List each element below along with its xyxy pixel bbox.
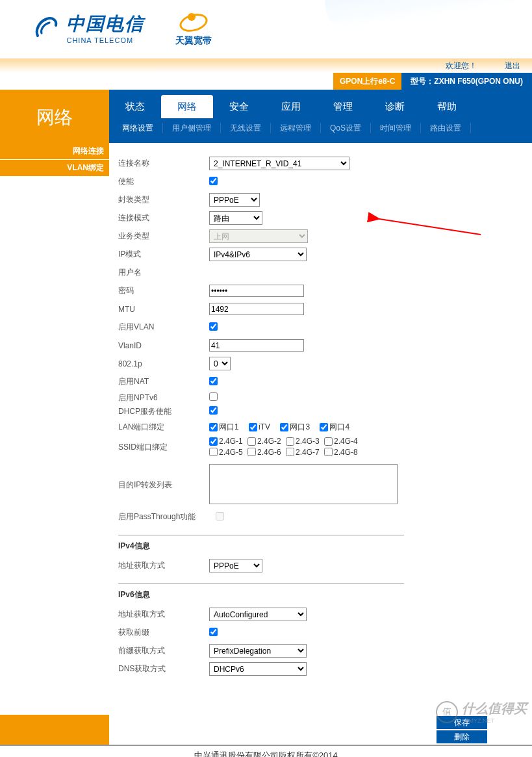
sel-ipmode[interactable]: IPv4&IPv6	[209, 248, 307, 261]
chk-vlan-en[interactable]	[209, 322, 218, 331]
lbl-vlanid: VlanID	[118, 341, 209, 350]
separator	[118, 535, 404, 535]
ta-dst-fwd[interactable]	[209, 464, 398, 504]
chk-ssid6[interactable]	[247, 448, 256, 456]
inp-mtu[interactable]	[209, 303, 304, 315]
sel-dns-mode[interactable]: DHCPv6	[209, 662, 307, 676]
lbl-nat: 启用NAT	[118, 376, 209, 387]
sel-conn-name[interactable]: 2_INTERNET_R_VID_41	[209, 157, 349, 170]
chk-nat[interactable]	[209, 377, 218, 385]
subtab-qos[interactable]: QoS设置	[321, 123, 371, 133]
subtab-route[interactable]: 路由设置	[421, 123, 471, 133]
chk-lan3[interactable]	[280, 423, 288, 431]
copyright: 中兴通讯股份有限公司版权所有©2014	[0, 745, 532, 757]
lbl-ipmode: IP模式	[118, 249, 209, 260]
subtab-user-side[interactable]: 用户侧管理	[163, 123, 221, 133]
lbl-conn-name: 连接名称	[118, 158, 209, 169]
chk-ssid4[interactable]	[324, 437, 333, 446]
logo-china-telecom: 中国电信 CHINA TELECOM	[32, 12, 144, 44]
chk-ssid7[interactable]	[286, 448, 294, 456]
inp-pwd[interactable]	[209, 285, 304, 297]
lbl-conn-mode: 连接模式	[118, 212, 209, 224]
sel-ipv6-addr[interactable]: AutoConfigured	[209, 608, 307, 621]
tab-status[interactable]: 状态	[109, 95, 161, 118]
category-title: 网络	[0, 90, 109, 143]
delete-button[interactable]: 删除	[437, 730, 487, 743]
lbl-ipv6-addr: 地址获取方式	[118, 609, 209, 620]
tianyi-icon	[177, 12, 210, 32]
subtab-remote[interactable]: 远程管理	[271, 123, 321, 133]
ct-logo-zh: 中国电信	[66, 12, 144, 36]
tab-help[interactable]: 帮助	[421, 95, 473, 118]
subtab-wireless[interactable]: 无线设置	[221, 123, 271, 133]
side-network-conn[interactable]: 网络连接	[0, 143, 109, 160]
footer-accent	[0, 715, 109, 745]
lbl-ssid-bind: SSID端口绑定	[118, 437, 209, 453]
form-content: 连接名称 2_INTERNET_R_VID_41 使能 封装类型 PPPoE 连…	[109, 143, 532, 715]
side-vlan-bind[interactable]: VLAN绑定	[0, 160, 109, 177]
watermark-sub: .SMYZ.NET	[463, 717, 527, 724]
chk-ssid2[interactable]	[247, 437, 256, 446]
welcome-bar: 欢迎您！ 退出	[0, 58, 532, 73]
tab-diagnose[interactable]: 诊断	[369, 95, 421, 118]
watermark-text: 什么值得买	[462, 701, 527, 715]
sidebar: 网络连接 VLAN绑定	[0, 143, 109, 715]
ipv4-title: IPv4信息	[118, 541, 523, 552]
ipv6-title: IPv6信息	[118, 589, 523, 600]
tab-manage[interactable]: 管理	[317, 95, 369, 118]
sub-tabs: 网络设置 用户侧管理 无线设置 远程管理 QoS设置 时间管理 路由设置	[109, 118, 532, 138]
tab-app[interactable]: 应用	[265, 95, 317, 118]
header-banner: 中国电信 CHINA TELECOM 天翼宽带	[0, 0, 532, 58]
lbl-prefix-en: 获取前缀	[118, 627, 209, 638]
welcome-text: 欢迎您！	[446, 61, 477, 70]
subtab-time[interactable]: 时间管理	[371, 123, 421, 133]
lbl-nptv6: 启用NPTv6	[118, 392, 209, 404]
ct-logo-en: CHINA TELECOM	[66, 36, 144, 44]
watermark: 值 什么值得买 .SMYZ.NET	[436, 700, 527, 724]
chk-ssid8[interactable]	[324, 448, 333, 456]
lbl-dns-mode: DNS获取方式	[118, 663, 209, 674]
lbl-lan-bind: LAN端口绑定	[118, 422, 209, 433]
lbl-enable: 使能	[118, 176, 209, 187]
chk-enable[interactable]	[209, 177, 218, 185]
model-label: 型号：ZXHN F650(GPON ONU)	[401, 73, 532, 90]
sel-prefix-mode[interactable]: PrefixDelegation	[209, 644, 307, 658]
chk-ssid3[interactable]	[286, 437, 294, 446]
chk-ssid5[interactable]	[209, 448, 218, 456]
model-bar: GPON上行e8-C型号：ZXHN F650(GPON ONU)	[0, 73, 532, 90]
chk-lan1[interactable]	[209, 423, 218, 431]
tianyi-text: 天翼宽带	[175, 35, 212, 47]
sel-conn-mode[interactable]: 路由	[209, 211, 262, 225]
chk-ssid1[interactable]	[209, 437, 218, 446]
chk-lan4[interactable]	[320, 423, 328, 431]
lbl-ipv4-addr: 地址获取方式	[118, 560, 209, 571]
lbl-prefix-mode: 前缀获取方式	[118, 645, 209, 656]
lbl-encap: 封装类型	[118, 194, 209, 205]
sel-encap[interactable]: PPPoE	[209, 193, 260, 207]
lbl-mtu: MTU	[118, 305, 209, 314]
lbl-user: 用户名	[118, 267, 209, 278]
chk-passthrough	[216, 512, 224, 520]
lbl-passthrough: 启用PassThrough功能	[118, 511, 216, 522]
chk-itv[interactable]	[249, 423, 257, 431]
lbl-dhcp-en: DHCP服务使能	[118, 406, 209, 417]
chk-dhcp-en[interactable]	[209, 406, 218, 415]
logo-tianyi: 天翼宽带	[175, 12, 212, 47]
lbl-dst-fwd: 目的IP转发列表	[118, 480, 209, 491]
subtab-network-settings[interactable]: 网络设置	[113, 123, 163, 133]
sel-biz: 上网	[209, 229, 308, 243]
logout-link[interactable]: 退出	[505, 61, 520, 70]
sel-8021p[interactable]: 0	[209, 357, 231, 370]
tab-network[interactable]: 网络	[161, 95, 213, 118]
watermark-badge-icon: 值	[436, 701, 458, 723]
lbl-biz: 业务类型	[118, 231, 209, 242]
inp-user[interactable]	[209, 266, 304, 279]
ct-logo-icon	[32, 12, 61, 44]
sel-ipv4-addr[interactable]: PPPoE	[209, 559, 262, 572]
chk-nptv6[interactable]	[209, 392, 218, 401]
lbl-vlan-en: 启用VLAN	[118, 322, 209, 333]
inp-vlanid[interactable]	[209, 339, 304, 352]
chk-prefix-en[interactable]	[209, 628, 218, 636]
separator2	[118, 584, 404, 584]
tab-security[interactable]: 安全	[213, 95, 265, 118]
